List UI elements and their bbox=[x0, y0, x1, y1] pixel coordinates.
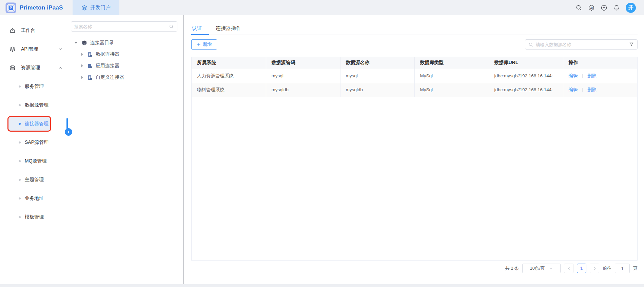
svg-text:AI: AI bbox=[590, 6, 592, 9]
primeton-logo-icon: P bbox=[5, 2, 16, 13]
cell-system: 物料管理系统 bbox=[192, 83, 266, 97]
tree-node-label: 自定义连接器 bbox=[96, 74, 124, 80]
sidebar-item-label: 业务地址 bbox=[25, 195, 44, 202]
tree-node-app-connector[interactable]: 应用连接器 bbox=[69, 60, 183, 72]
sidebar-item-label: 服务管理 bbox=[25, 83, 44, 90]
sidebar-item-template-management[interactable]: 模板管理 bbox=[0, 210, 69, 224]
next-page-button[interactable] bbox=[590, 264, 599, 273]
top-header: P Primeton iPaaS 开发门户 AI ? 开 bbox=[0, 0, 644, 15]
sidebar-item-workbench[interactable]: 工作台 bbox=[0, 24, 69, 37]
datasource-table: 所属系统 数据源编码 数据源名称 数据库类型 数据库URL 操作 人力资源管理系… bbox=[191, 57, 638, 261]
search-icon[interactable] bbox=[575, 4, 582, 11]
edit-link[interactable]: 编辑 bbox=[569, 87, 578, 92]
sidebar-item-topic-management[interactable]: 主题管理 bbox=[0, 173, 69, 187]
cell-actions: 编辑 删除 bbox=[563, 69, 637, 83]
sidebar-item-datasource-management[interactable]: 数据源管理 bbox=[0, 98, 69, 112]
sidebar-item-sap-source-management[interactable]: SAP源管理 bbox=[0, 136, 69, 149]
page-size-select[interactable]: 10条/页 bbox=[522, 264, 561, 273]
sidebar-item-api-management[interactable]: API管理 bbox=[0, 42, 69, 56]
action-divider bbox=[582, 88, 583, 92]
chevron-left-icon bbox=[66, 130, 71, 134]
page-number-button[interactable]: 1 bbox=[577, 264, 586, 273]
home-icon bbox=[9, 27, 16, 34]
chevron-down-icon bbox=[549, 267, 553, 270]
sidebar-item-mq-source-management[interactable]: MQ源管理 bbox=[0, 154, 69, 168]
cell-code: mysqldb bbox=[266, 83, 340, 97]
goto-page-input[interactable] bbox=[615, 264, 630, 273]
main-content: 认证 连接器操作 新增 bbox=[184, 15, 644, 284]
caret-down-icon[interactable] bbox=[74, 42, 78, 44]
sidebar-item-service-management[interactable]: 服务管理 bbox=[0, 80, 69, 93]
sidebar-item-label: 数据源管理 bbox=[25, 102, 48, 108]
panel-collapse-handle[interactable] bbox=[65, 128, 72, 136]
delete-link[interactable]: 删除 bbox=[587, 87, 597, 92]
document-icon bbox=[87, 52, 93, 57]
add-button[interactable]: 新增 bbox=[191, 39, 217, 50]
filter-funnel-icon[interactable] bbox=[629, 42, 634, 47]
tree-node-label: 连接器目录 bbox=[90, 40, 114, 46]
tree-search-box bbox=[71, 21, 177, 32]
tab-authentication[interactable]: 认证 bbox=[191, 21, 209, 35]
pagination-total: 共 2 条 bbox=[505, 265, 519, 271]
sidebar-nav: 工作台 API管理 资源管理 服务管理 数 bbox=[0, 15, 69, 284]
cell-system: 人力资源管理系统 bbox=[192, 69, 266, 83]
tree-node-data-connector[interactable]: 数据连接器 bbox=[69, 49, 183, 60]
chevron-down-icon bbox=[58, 47, 63, 52]
brand: P Primeton iPaaS bbox=[0, 2, 73, 13]
tree-node-label: 应用连接器 bbox=[96, 63, 119, 69]
portal-layers-icon bbox=[81, 5, 87, 11]
svg-text:?: ? bbox=[603, 6, 605, 9]
sidebar-item-resource-management[interactable]: 资源管理 bbox=[0, 61, 69, 75]
notifications-bell-icon[interactable] bbox=[613, 4, 620, 11]
document-icon bbox=[87, 63, 93, 69]
search-icon bbox=[169, 24, 174, 29]
column-header-dburl: 数据库URL bbox=[489, 57, 563, 69]
datasource-search-box bbox=[525, 39, 638, 50]
plus-icon bbox=[197, 42, 201, 46]
avatar-text: 开 bbox=[628, 4, 633, 11]
sidebar-item-label: 模板管理 bbox=[25, 214, 44, 220]
chevron-right-icon bbox=[592, 266, 597, 271]
caret-right-icon[interactable] bbox=[81, 76, 83, 79]
page-suffix: 页 bbox=[633, 265, 638, 271]
ai-assistant-icon[interactable]: AI bbox=[588, 4, 595, 11]
delete-link[interactable]: 删除 bbox=[587, 73, 597, 78]
table-header-row: 所属系统 数据源编码 数据源名称 数据库类型 数据库URL 操作 bbox=[192, 57, 637, 69]
chevron-left-icon bbox=[567, 266, 571, 271]
cell-actions: 编辑 删除 bbox=[563, 83, 637, 97]
help-icon[interactable]: ? bbox=[601, 4, 607, 11]
sidebar-item-connector-management[interactable]: 连接器管理 bbox=[8, 117, 50, 131]
portal-tab-label: 开发门户 bbox=[90, 4, 111, 11]
bullet-dot-icon bbox=[19, 141, 21, 144]
page-size-value: 10条/页 bbox=[530, 265, 545, 271]
search-icon bbox=[528, 42, 533, 47]
prev-page-button[interactable] bbox=[564, 264, 573, 273]
table-row: 人力资源管理系统 mysql mysql MySql jdbc:mysql://… bbox=[192, 69, 637, 83]
cell-dbtype: MySql bbox=[414, 83, 489, 97]
tree-node-custom-connector[interactable]: 自定义连接器 bbox=[69, 72, 183, 83]
app-body: 工作台 API管理 资源管理 服务管理 数 bbox=[0, 15, 644, 284]
cell-dburl: jdbc:mysql://192.168.16.144: bbox=[489, 83, 563, 97]
bullet-dot-icon bbox=[19, 160, 21, 162]
tree-search-input[interactable] bbox=[74, 24, 169, 29]
tree-node-label: 数据连接器 bbox=[96, 51, 119, 57]
tab-connector-operations[interactable]: 连接器操作 bbox=[209, 21, 248, 35]
connector-tree-panel: 连接器目录 数据连接器 应用连接器 bbox=[69, 15, 183, 284]
datasource-search-input[interactable] bbox=[536, 42, 626, 47]
edit-link[interactable]: 编辑 bbox=[569, 73, 578, 78]
cell-dburl: jdbc:mysql://192.168.16.144: bbox=[489, 69, 563, 83]
sidebar-item-label: 资源管理 bbox=[21, 65, 40, 71]
portal-tab-dev[interactable]: 开发门户 bbox=[73, 0, 119, 15]
caret-right-icon[interactable] bbox=[81, 64, 83, 68]
bullet-dot-icon bbox=[19, 216, 21, 218]
column-header-dbtype: 数据库类型 bbox=[414, 57, 489, 69]
sidebar-item-business-address[interactable]: 业务地址 bbox=[0, 192, 69, 205]
tree-node-root[interactable]: 连接器目录 bbox=[69, 37, 183, 49]
cube-icon bbox=[81, 40, 87, 46]
user-avatar[interactable]: 开 bbox=[626, 3, 636, 13]
caret-right-icon[interactable] bbox=[81, 53, 83, 56]
cell-name: mysqldb bbox=[340, 83, 414, 97]
column-header-actions: 操作 bbox=[563, 57, 637, 69]
content-tabs: 认证 连接器操作 bbox=[191, 15, 638, 35]
sidebar-item-label: SAP源管理 bbox=[25, 139, 48, 146]
